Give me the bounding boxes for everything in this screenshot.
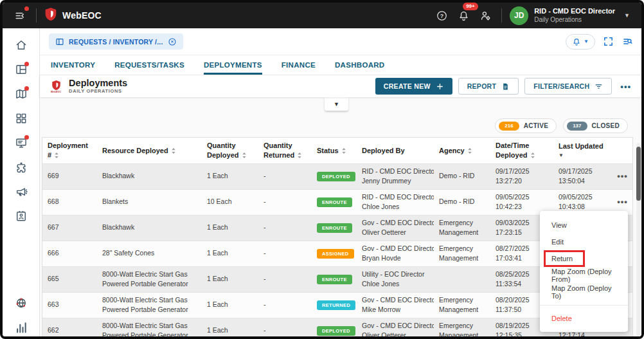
active-filter-pill[interactable]: 216ACTIVE	[495, 118, 557, 133]
sidebar-item-monitor[interactable]	[14, 136, 28, 149]
cell-status: ENROUTE	[312, 189, 357, 215]
row-actions-button[interactable]: •••	[611, 163, 633, 189]
menu-item-delete[interactable]: Delete	[540, 305, 628, 325]
column-header-resource-deployed[interactable]: Resource Deployed	[97, 138, 202, 163]
pill-label: ACTIVE	[524, 122, 548, 129]
sort-icon[interactable]	[530, 152, 535, 159]
filter-search-button[interactable]: FILTER/SEARCH	[524, 78, 612, 95]
cell-date-deployed: 09/17/202513:27:20	[490, 163, 553, 189]
page-title-block: Deployments DAILY OPERATIONS	[69, 78, 127, 95]
tab-requests-tasks[interactable]: REQUESTS/TASKS	[114, 55, 184, 75]
sort-icon[interactable]	[171, 147, 176, 154]
cell-resource: Blackhawk	[97, 163, 202, 189]
cell-agency	[434, 266, 490, 292]
cell-resource: 8000-Watt Electric Start Gas Powered Por…	[97, 292, 202, 318]
more-actions-button[interactable]: •••	[618, 82, 634, 91]
sidebar-item-chart[interactable]	[14, 320, 28, 334]
menu-item-view[interactable]: View	[540, 217, 628, 234]
nav-collapse-icon[interactable]	[12, 7, 28, 24]
menu-item-map-zoom-deploy-from-[interactable]: Map Zoom (Deploy From)	[540, 267, 628, 284]
column-header-agency[interactable]: Agency	[434, 138, 490, 163]
cell-qty-returned: -	[258, 241, 312, 266]
menu-item-edit[interactable]: Edit	[540, 234, 628, 250]
page-title: Deployments	[69, 78, 127, 89]
column-header-actions	[611, 138, 633, 163]
column-header-deployment-[interactable]: Deployment #	[42, 138, 97, 163]
user-admin-icon[interactable]	[477, 7, 494, 24]
pill-label: CLOSED	[592, 122, 620, 129]
workspace-tab-label: REQUESTS / INVENTORY /...	[69, 38, 163, 46]
webeoc-logo-icon	[44, 7, 57, 24]
sidebar-item-plugins[interactable]	[14, 160, 28, 174]
sort-icon[interactable]	[467, 147, 472, 154]
tab-dashboard[interactable]: DASHBOARD	[335, 55, 384, 75]
sidebar-item-globe[interactable]	[14, 296, 28, 309]
sort-icon[interactable]	[341, 147, 346, 154]
user-menu-caret-icon[interactable]: ▼	[624, 12, 630, 19]
document-icon	[501, 82, 510, 91]
sidebar-item-maps[interactable]	[14, 87, 28, 100]
status-badge: ASSIGNED	[317, 249, 354, 259]
sort-icon[interactable]	[297, 152, 302, 159]
sort-icon[interactable]	[242, 152, 247, 159]
menu-item-return[interactable]: Return	[540, 250, 628, 267]
page-header: WebEOC Deployments DAILY OPERATIONS CREA…	[40, 75, 641, 97]
divider	[36, 8, 37, 23]
table-row-669[interactable]: 669Blackhawk1 Each-DEPLOYEDRID - CMD EOC…	[42, 163, 633, 189]
cell-deployed-by: Gov - CMD EOC DirectorMike Morrow	[357, 292, 434, 318]
create-new-button[interactable]: CREATE NEW	[375, 78, 452, 95]
ellipsis-icon[interactable]: •••	[616, 196, 629, 208]
search-menu-icon[interactable]	[621, 35, 634, 48]
cell-deployment-id: 666	[42, 241, 97, 266]
home-icon	[15, 39, 28, 51]
app-window: WebEOC ? 99+ JD RID - CMD EOC Director D…	[0, 0, 644, 339]
column-header-quantity-deployed[interactable]: Quantity Deployed	[202, 138, 258, 163]
status-badge: ENROUTE	[317, 197, 352, 208]
tab-deployments[interactable]: DEPLOYMENTS	[204, 55, 262, 75]
top-bar: WebEOC ? 99+ JD RID - CMD EOC Director D…	[3, 3, 641, 28]
cell-agency: Emergency Management	[434, 241, 490, 266]
notification-dot	[24, 6, 29, 11]
sort-desc-icon[interactable]: ▼	[559, 152, 606, 159]
column-header-last-updated[interactable]: Last Updated▼	[553, 138, 611, 163]
column-header-quantity-returned[interactable]: Quantity Returned	[258, 138, 312, 163]
sidebar-item-apps[interactable]	[14, 111, 28, 125]
ellipsis-icon[interactable]: •••	[616, 170, 629, 183]
scrollbar-thumb[interactable]	[636, 147, 641, 201]
cell-resource: Blackhawk	[97, 215, 202, 241]
tab-inventory[interactable]: INVENTORY	[51, 55, 95, 75]
main-area: REQUESTS / INVENTORY /... ▼	[40, 28, 641, 336]
closed-filter-pill[interactable]: 137CLOSED	[563, 118, 628, 133]
menu-item-map-zoom-deploy-to-[interactable]: Map Zoom (Deploy To)	[540, 284, 628, 300]
column-header-date-time-deployed[interactable]: Date/Time Deployed	[490, 138, 553, 163]
cell-qty-returned: -	[258, 292, 312, 318]
report-button[interactable]: REPORT	[458, 78, 519, 95]
page-subtitle: DAILY OPERATIONS	[69, 88, 127, 94]
cell-status: ASSIGNED	[312, 241, 357, 266]
sidebar-item-contacts[interactable]	[14, 209, 28, 223]
sort-icon[interactable]	[54, 152, 59, 159]
cell-resource: Blankets	[97, 189, 202, 215]
avatar[interactable]: JD	[510, 6, 528, 25]
cell-deployment-id: 667	[42, 215, 97, 241]
cell-deployed-by: Utility - EOC DirectorChloe Jones	[357, 266, 434, 292]
plugins-icon	[15, 161, 28, 174]
alerts-dropdown-button[interactable]: ▼	[566, 34, 595, 50]
sidebar-item-announcements[interactable]	[14, 185, 28, 198]
fullscreen-icon[interactable]	[602, 35, 614, 48]
column-header-status[interactable]: Status	[312, 138, 357, 163]
notifications-bell-icon[interactable]: 99+	[455, 7, 472, 24]
collapse-panel-button[interactable]: ▼	[325, 97, 348, 111]
help-icon[interactable]: ?	[433, 7, 450, 24]
status-badge: RETURNED	[317, 300, 355, 311]
cell-qty-deployed: 1 Each	[202, 215, 258, 241]
user-role: RID - CMD EOC Director	[534, 7, 615, 16]
sidebar-item-boards[interactable]	[14, 62, 28, 76]
count-badge: 137	[567, 122, 587, 131]
tab-finance[interactable]: FINANCE	[282, 55, 316, 75]
sidebar-item-home[interactable]	[14, 38, 28, 51]
close-icon[interactable]	[168, 37, 177, 46]
workspace-tab[interactable]: REQUESTS / INVENTORY /...	[49, 33, 183, 50]
cell-status: RETURNED	[312, 292, 357, 318]
vertical-scrollbar[interactable]	[636, 143, 641, 336]
